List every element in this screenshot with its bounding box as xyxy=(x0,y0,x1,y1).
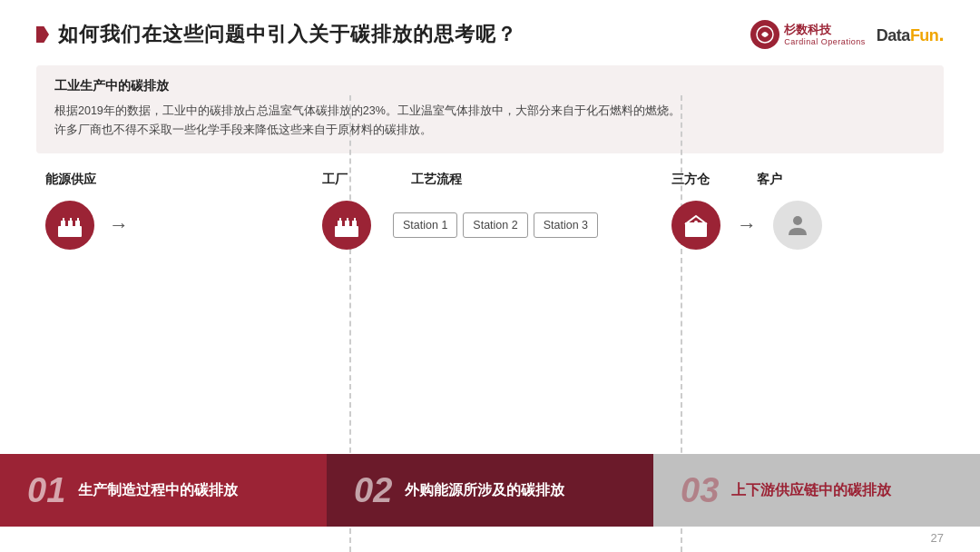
svg-point-24 xyxy=(793,216,802,225)
title-accent-icon xyxy=(36,26,49,43)
svg-rect-6 xyxy=(70,218,72,222)
arrow-warehouse-customer: → xyxy=(737,213,757,237)
customer-label: 客户 xyxy=(757,172,782,188)
section-energy: 能源供应 → xyxy=(36,172,313,250)
info-box-title: 工业生产中的碳排放 xyxy=(54,78,926,94)
logo-area: 杉数科技 Cardinal Operations DataFun. xyxy=(750,20,944,49)
bottom-banners: 01 生产制造过程中的碳排放 02 外购能源所涉及的碳排放 03 上下游供应链中… xyxy=(0,454,980,527)
svg-point-23 xyxy=(694,221,698,224)
datafun-logo: DataFun. xyxy=(877,23,944,46)
station-3-box: Station 3 xyxy=(534,212,598,238)
svg-rect-22 xyxy=(692,228,700,237)
warehouse-label: 三方仓 xyxy=(671,172,710,188)
banner-03-text: 上下游供应链中的碳排放 xyxy=(731,480,891,500)
station-2-box: Station 2 xyxy=(463,212,527,238)
banner-01-text: 生产制造过程中的碳排放 xyxy=(78,480,238,500)
customer-icon xyxy=(773,201,822,250)
section-warehouse: 三方仓 客户 → xyxy=(653,172,916,250)
svg-rect-9 xyxy=(68,230,72,237)
svg-rect-15 xyxy=(339,218,341,222)
energy-label: 能源供应 xyxy=(45,172,96,188)
process-label: 工艺流程 xyxy=(411,172,462,188)
banner-03-number: 03 xyxy=(681,473,719,508)
svg-rect-10 xyxy=(76,230,80,237)
info-line1: 根据2019年的数据，工业中的碳排放占总温室气体碳排放的23%。工业温室气体排放… xyxy=(54,104,681,117)
svg-rect-5 xyxy=(63,218,64,222)
banner-01-number: 01 xyxy=(27,473,65,508)
svg-rect-17 xyxy=(354,218,356,222)
factory-labels: 工厂 工艺流程 xyxy=(322,172,653,188)
energy-factory-icon xyxy=(45,201,94,250)
diagram-area: 能源供应 → xyxy=(36,172,944,290)
arrow-energy-factory: → xyxy=(109,213,129,237)
warehouse-icons-row: → xyxy=(671,201,916,250)
banner-02-text: 外购能源所涉及的碳排放 xyxy=(405,480,564,500)
title-area: 如何我们在这些问题中引入关于碳排放的思考呢？ xyxy=(36,21,517,48)
station-1-box: Station 1 xyxy=(393,212,457,238)
info-line2: 许多厂商也不得不采取一些化学手段来降低这些来自于原材料的碳排放。 xyxy=(54,123,432,136)
section-factory: 工厂 工艺流程 xyxy=(313,172,653,250)
info-box-body: 根据2019年的数据，工业中的碳排放占总温室气体碳排放的23%。工业温室气体排放… xyxy=(54,102,926,141)
factory-label: 工厂 xyxy=(322,172,348,188)
svg-rect-16 xyxy=(347,218,348,222)
svg-rect-20 xyxy=(353,230,357,237)
slide: 如何我们在这些问题中引入关于碳排放的思考呢？ 杉数科技 Cardinal Ope… xyxy=(0,0,980,552)
stations-row: Station 1 Station 2 Station 3 xyxy=(393,212,598,238)
factory-content-row: Station 1 Station 2 Station 3 xyxy=(322,201,653,250)
page-title: 如何我们在这些问题中引入关于碳排放的思考呢？ xyxy=(58,21,517,48)
svg-rect-7 xyxy=(77,218,79,222)
header: 如何我们在这些问题中引入关于碳排放的思考呢？ 杉数科技 Cardinal Ope… xyxy=(0,0,980,58)
energy-icons-row: → xyxy=(45,201,132,250)
svg-rect-18 xyxy=(337,230,340,237)
shangshu-logo: 杉数科技 Cardinal Operations xyxy=(750,20,866,49)
banner-02-number: 02 xyxy=(354,473,392,508)
svg-rect-19 xyxy=(345,230,348,237)
warehouse-icon xyxy=(671,201,720,250)
warehouse-labels: 三方仓 客户 xyxy=(671,172,916,188)
banner-02: 02 外购能源所涉及的碳排放 xyxy=(327,454,653,527)
shangshu-text: 杉数科技 Cardinal Operations xyxy=(784,23,866,46)
banner-03: 03 上下游供应链中的碳排放 xyxy=(653,454,980,527)
info-box: 工业生产中的碳排放 根据2019年的数据，工业中的碳排放占总温室气体碳排放的23… xyxy=(36,65,944,153)
page-number: 27 xyxy=(931,531,944,545)
svg-rect-8 xyxy=(60,230,64,237)
factory-icon xyxy=(322,201,371,250)
banner-01: 01 生产制造过程中的碳排放 xyxy=(0,454,327,527)
shangshu-icon xyxy=(750,20,779,49)
